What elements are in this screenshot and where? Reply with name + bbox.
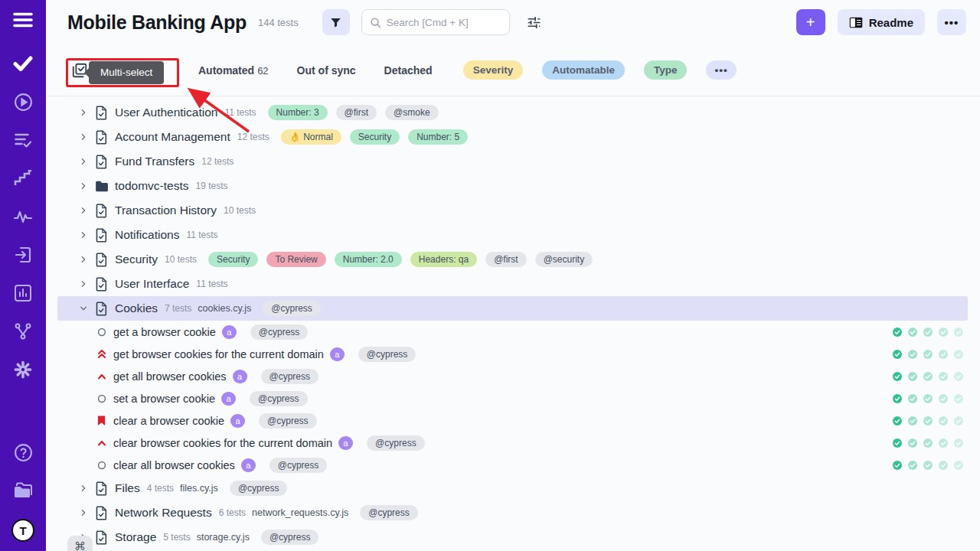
suite-row[interactable]: Network Requests6 testsnetwork_requests.…: [46, 500, 980, 525]
import-icon[interactable]: [13, 245, 33, 265]
chevron-right-icon[interactable]: [80, 256, 93, 263]
tag-badge[interactable]: @cypress: [263, 301, 321, 316]
tag-badge[interactable]: @security: [535, 252, 593, 267]
header-more-button[interactable]: •••: [937, 9, 966, 35]
row-title[interactable]: get all browser cookies: [113, 370, 227, 383]
tag-badge[interactable]: @cypress: [270, 458, 328, 473]
row-title[interactable]: Transaction History: [115, 204, 217, 217]
row-title[interactable]: Network Requests: [115, 506, 212, 520]
chevron-down-icon[interactable]: [80, 305, 93, 312]
row-title[interactable]: Files: [115, 481, 140, 495]
suite-row[interactable]: Files4 testsfiles.cy.js@cypress: [46, 476, 980, 500]
test-plans-icon[interactable]: [13, 130, 33, 150]
row-title[interactable]: Storage: [115, 530, 156, 544]
row-title[interactable]: Notifications: [115, 228, 179, 242]
tag-badge[interactable]: Security: [208, 252, 258, 267]
testomat-logo[interactable]: T: [11, 519, 34, 542]
tag-badge[interactable]: @cypress: [230, 481, 288, 496]
tag-badge[interactable]: @cypress: [261, 369, 319, 384]
row-title[interactable]: Cookies: [115, 302, 158, 315]
tag-badge[interactable]: @first: [485, 252, 527, 267]
tag-badge[interactable]: @cypress: [250, 324, 309, 340]
tag-badge[interactable]: @cypress: [367, 435, 425, 451]
help-icon[interactable]: [13, 442, 33, 462]
runs-icon[interactable]: [13, 92, 33, 112]
chevron-right-icon[interactable]: [80, 231, 93, 239]
test-row[interactable]: get browser cookies for the current doma…: [46, 343, 980, 365]
suite-row[interactable]: User Interface11 tests: [46, 272, 980, 296]
suite-row[interactable]: Cookies7 testscookies.cy.js@cypress: [57, 296, 968, 321]
tag-badge[interactable]: To Review: [266, 252, 325, 267]
chevron-right-icon[interactable]: [80, 509, 93, 517]
suite-row[interactable]: Security10 testsSecurityTo ReviewNumber:…: [46, 247, 980, 272]
settings-gear-icon[interactable]: [13, 360, 33, 380]
tag-badge[interactable]: 👌 Normal: [281, 129, 341, 145]
test-row[interactable]: clear a browser cookiea@cypress: [46, 409, 980, 432]
tag-badge[interactable]: Number: 2.0: [335, 252, 402, 267]
chip-type[interactable]: Type: [644, 60, 688, 80]
tag-badge[interactable]: Headers: qa: [410, 252, 477, 267]
chevron-right-icon[interactable]: [80, 109, 93, 116]
test-row[interactable]: set a browser cookiea@cypress: [46, 387, 980, 409]
tag-badge[interactable]: @cypress: [358, 347, 416, 362]
tag-badge[interactable]: @first: [336, 105, 377, 120]
suite-row[interactable]: Account Management12 tests👌 NormalSecuri…: [46, 125, 980, 149]
row-title[interactable]: User Authentication: [115, 106, 217, 119]
suite-row[interactable]: todomvc-tests19 tests: [46, 174, 980, 198]
filter-detached[interactable]: Detached: [384, 64, 433, 77]
row-title[interactable]: Security: [115, 253, 158, 266]
row-title[interactable]: Account Management: [115, 130, 230, 144]
search-input[interactable]: [387, 17, 501, 28]
projects-icon[interactable]: [13, 481, 33, 500]
row-title[interactable]: set a browser cookie: [113, 393, 215, 405]
tag-badge[interactable]: Number: 3: [268, 105, 328, 120]
suite-row[interactable]: Notifications11 tests: [46, 223, 980, 247]
tag-badge[interactable]: @cypress: [360, 505, 418, 520]
suite-row[interactable]: Fund Transfers12 tests: [46, 149, 980, 174]
test-row[interactable]: clear browser cookies for the current do…: [46, 432, 980, 454]
filter-button[interactable]: [322, 9, 350, 35]
search-box[interactable]: [361, 9, 510, 35]
row-title[interactable]: Fund Transfers: [115, 155, 194, 168]
row-title[interactable]: clear all browser cookies: [113, 459, 235, 471]
row-title[interactable]: User Interface: [115, 277, 189, 291]
chips-more-button[interactable]: •••: [706, 60, 736, 80]
chevron-right-icon[interactable]: [80, 158, 93, 165]
tag-badge[interactable]: @cypress: [261, 530, 319, 545]
tag-badge[interactable]: Number: 5: [408, 129, 468, 145]
reports-icon[interactable]: [13, 283, 33, 303]
tag-badge[interactable]: @cypress: [259, 413, 317, 429]
chevron-right-icon[interactable]: [80, 280, 93, 288]
chevron-right-icon[interactable]: [80, 484, 93, 492]
row-title[interactable]: get a browser cookie: [113, 326, 216, 338]
row-title[interactable]: todomvc-tests: [115, 179, 188, 193]
test-row[interactable]: get a browser cookiea@cypress: [46, 321, 980, 343]
adjustments-icon[interactable]: [527, 15, 541, 30]
tag-badge[interactable]: @smoke: [385, 105, 439, 120]
test-row[interactable]: clear all browser cookiesa@cypress: [46, 454, 980, 476]
test-row[interactable]: get all browser cookiesa@cypress: [46, 365, 980, 387]
filter-out-of-sync[interactable]: Out of sync: [297, 64, 356, 77]
chevron-right-icon[interactable]: [80, 133, 93, 141]
chip-severity[interactable]: Severity: [463, 60, 524, 80]
readme-button[interactable]: Readme: [838, 9, 925, 35]
add-button[interactable]: +: [796, 9, 825, 35]
chevron-right-icon[interactable]: [80, 182, 93, 190]
tests-icon[interactable]: [13, 54, 33, 73]
suite-row[interactable]: User Authentication11 testsNumber: 3@fir…: [46, 100, 980, 125]
row-title[interactable]: get browser cookies for the current doma…: [113, 348, 324, 360]
tag-badge[interactable]: Security: [350, 129, 400, 145]
row-title[interactable]: clear a browser cookie: [113, 415, 224, 427]
multi-select-icon[interactable]: [71, 62, 90, 79]
chevron-right-icon[interactable]: [80, 207, 93, 214]
tag-badge[interactable]: @cypress: [250, 391, 308, 406]
steps-icon[interactable]: [13, 168, 33, 188]
row-title[interactable]: clear browser cookies for the current do…: [113, 437, 332, 449]
analytics-icon[interactable]: [13, 207, 33, 227]
chip-automatable[interactable]: Automatable: [542, 60, 625, 80]
suite-row[interactable]: Storage5 testsstorage.cy.js@cypress: [46, 525, 980, 549]
branches-icon[interactable]: [13, 321, 33, 341]
suite-row[interactable]: Transaction History10 tests: [46, 198, 980, 223]
filter-automated[interactable]: Automated62: [198, 64, 269, 77]
menu-icon[interactable]: [13, 10, 33, 30]
